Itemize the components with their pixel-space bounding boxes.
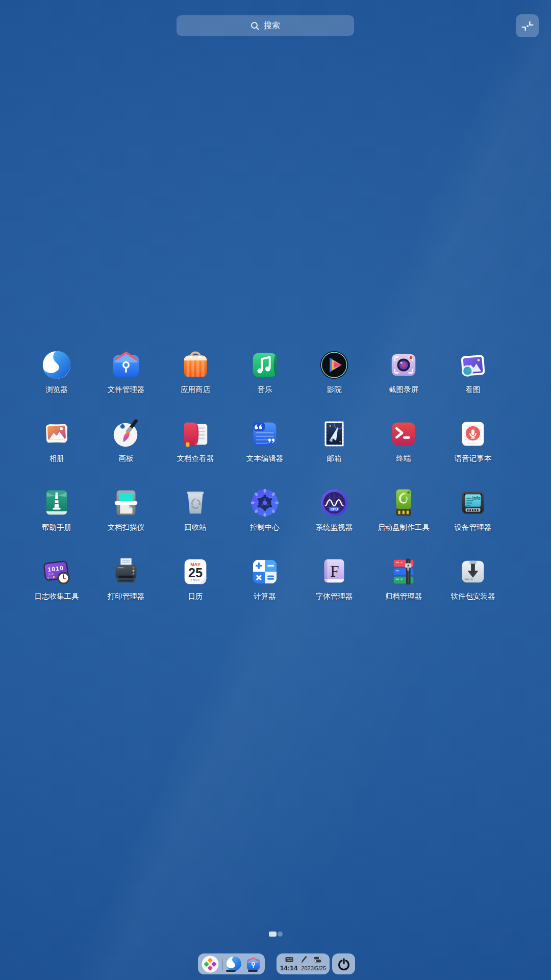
app-control-center[interactable]: 控制中心 [230,469,299,537]
app-help-manual[interactable]: 帮助手册 [22,469,91,537]
archive-manager-icon [388,556,419,587]
tray-clock: 14:14 2023/5/25 [280,964,326,972]
app-label: 文件管理器 [108,385,145,394]
log-collector-icon: 1010 [41,556,72,587]
page-indicator [0,932,551,937]
exit-fullscreen-icon [521,19,534,33]
dock-power-button[interactable] [332,953,355,974]
app-label: 打印管理器 [108,592,145,601]
app-label: 日历 [188,592,203,601]
launcher-grid-icon [202,955,219,973]
page-indicator-inactive[interactable] [278,932,283,937]
app-label: 控制中心 [250,523,280,532]
app-label: 软件包安装器 [451,592,495,601]
keyboard-icon[interactable] [285,957,293,963]
album-icon [41,418,72,450]
app-label: 帮助手册 [42,523,71,532]
app-label: 回收站 [184,523,207,532]
app-label: 浏览器 [45,385,68,394]
app-trash[interactable]: 回收站 [161,469,230,537]
app-label: 相册 [49,454,64,463]
screen-capture-icon [388,349,419,381]
app-label: 计算器 [254,592,276,601]
app-store-icon [180,349,211,381]
app-browser[interactable]: 浏览器 [22,331,91,400]
app-mail[interactable]: 邮箱 [299,400,369,469]
app-font-manager[interactable]: F 字体管理器 [299,537,369,606]
app-music[interactable]: 音乐 [230,331,299,400]
font-manager-icon: F [318,556,350,587]
app-label: 文本编辑器 [246,454,284,463]
running-indicator-file-manager [248,970,258,972]
app-document-scanner[interactable]: 文档扫描仪 [91,469,161,537]
app-label: 终端 [396,454,411,463]
app-calendar[interactable]: MAY 25 THUR 日历 [161,537,230,606]
draw-icon [110,418,142,450]
app-label: 字体管理器 [316,592,353,601]
dock-divider [222,959,222,970]
app-label: 邮箱 [327,454,342,463]
document-scanner-icon [110,487,142,519]
dock-app-area [198,953,265,974]
app-app-store[interactable]: 应用商店 [161,331,230,400]
dock-tray-area[interactable]: 14:14 2023/5/25 [277,953,330,974]
app-text-editor[interactable]: 文本编辑器 [230,400,299,469]
app-movie[interactable]: 影院 [299,331,369,400]
app-device-manager[interactable]: info 设备管理器 [438,469,508,537]
search-input[interactable]: 搜索 [177,15,354,36]
image-viewer-icon [457,349,489,381]
app-label: 设备管理器 [455,523,492,532]
input-pen-icon[interactable] [300,956,307,963]
file-manager-icon [110,349,142,381]
app-album[interactable]: 相册 [22,400,91,469]
app-voice-notes[interactable]: 语音记事本 [438,400,508,469]
app-image-viewer[interactable]: 看图 [438,331,508,400]
package-installer-icon [457,556,489,587]
browser-icon [41,349,72,381]
app-label: 文档扫描仪 [108,523,145,532]
terminal-icon [388,418,419,450]
dock-launcher-button[interactable] [202,955,219,973]
app-label: 系统监视器 [316,523,353,532]
app-system-monitor[interactable]: CPU 系统监视器 [299,469,369,537]
app-screen-capture[interactable]: 截图录屏 [369,331,438,400]
app-document-viewer[interactable]: 文档查看器 [161,400,230,469]
music-icon [249,349,281,381]
search-icon [251,21,259,30]
app-log-collector[interactable]: 1010 日志收集工具 [22,537,91,606]
calculator-icon [249,556,281,587]
page-indicator-active[interactable] [269,932,277,937]
app-terminal[interactable]: 终端 [369,400,438,469]
app-label: 文档查看器 [177,454,214,463]
app-label: 日志收集工具 [35,592,79,601]
app-label: 启动盘制作工具 [378,523,430,532]
document-viewer-icon [180,418,211,450]
search-placeholder: 搜索 [264,20,280,31]
clock-date: 2023/5/25 [301,965,326,971]
app-grid: 浏览器 文件管理器 应用商店 [22,331,508,606]
calendar-icon: MAY 25 THUR [180,556,211,587]
launcher-mode-toggle-button[interactable] [516,14,539,37]
app-label: 画板 [119,454,134,463]
voice-notes-icon [457,418,489,450]
app-label: 语音记事本 [455,454,492,463]
app-boot-maker[interactable]: 启动盘制作工具 [369,469,438,537]
text-editor-icon [249,418,281,450]
app-calculator[interactable]: 计算器 [230,537,299,606]
device-manager-icon: info [457,487,489,519]
app-archive-manager[interactable]: 归档管理器 [369,537,438,606]
boot-maker-icon [388,487,419,519]
toggles-icon[interactable] [314,957,321,963]
tray-icons [285,956,321,963]
launcher-fullscreen: 搜索 浏览器 [0,0,551,980]
control-center-icon [249,487,281,519]
mail-icon [318,418,350,450]
app-label: 应用商店 [181,385,210,394]
app-file-manager[interactable]: 文件管理器 [91,331,161,400]
app-label: 音乐 [258,385,272,394]
app-label: 截图录屏 [389,385,418,394]
app-print-manager[interactable]: 打印管理器 [91,537,161,606]
movie-icon [318,349,350,381]
app-draw[interactable]: 画板 [91,400,161,469]
app-package-installer[interactable]: 软件包安装器 [438,537,508,606]
